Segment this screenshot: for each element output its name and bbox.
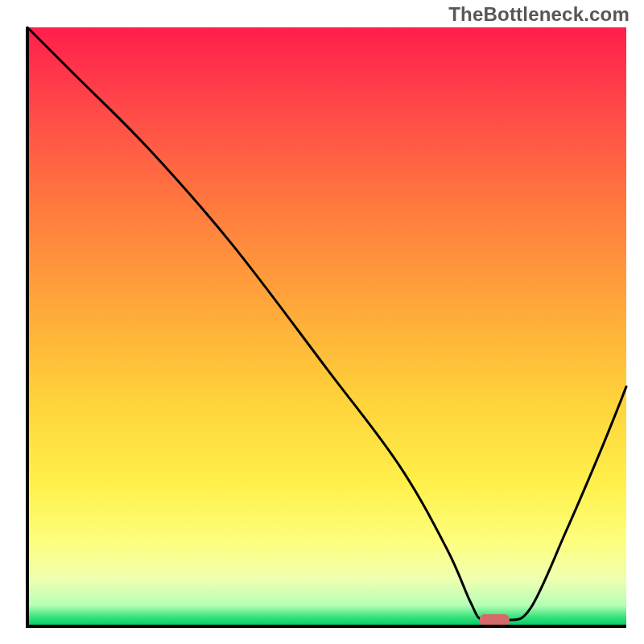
chart-container: TheBottleneck.com xyxy=(0,0,644,644)
optimal-marker xyxy=(480,614,510,626)
plot-area xyxy=(27,27,626,626)
bottleneck-chart xyxy=(0,0,644,644)
